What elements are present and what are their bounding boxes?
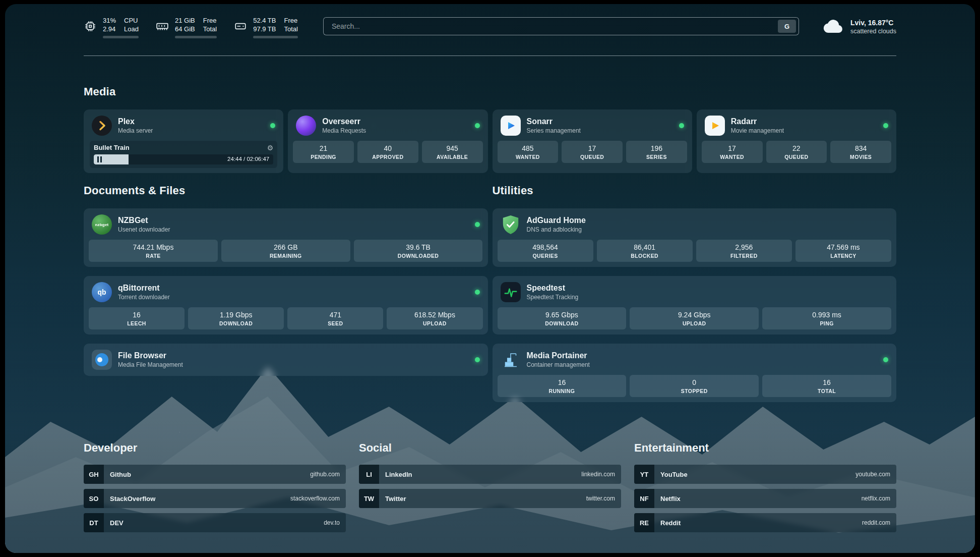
nzbget-title: NZBGet [118,215,469,226]
qbittorrent-subtitle: Torrent downloader [118,294,469,301]
bookmark-group-entertainment: Entertainment YT YouTube youtube.com NF … [634,441,896,537]
stat-download: 1.19 GbpsDOWNLOAD [188,307,284,329]
stat-download: 9.65 GbpsDOWNLOAD [498,307,627,329]
netflix-badge: NF [634,489,654,508]
stat-queued: 22QUEUED [766,141,827,163]
app-card-radarr[interactable]: Radarr Movie management 17WANTED 22QUEUE… [697,109,896,173]
weather-location: Lviv, 16.87°C [850,18,896,27]
search-input[interactable] [331,22,778,31]
system-widgets: 31% CPU 2.94 Load 21 GiB Free [84,17,298,38]
stat-queued: 17QUEUED [562,141,623,163]
section-title-media: Media [84,85,896,98]
section-documents: Documents & Files nzbget NZBGet Usenet d… [84,184,488,411]
stat-downloaded: 39.6 TBDOWNLOADED [354,240,483,262]
portainer-stats: 16RUNNING 0STOPPED 16TOTAL [493,375,897,402]
stat-remaining: 266 GBREMAINING [221,240,350,262]
radarr-icon [705,116,725,136]
pause-icon[interactable] [97,156,103,162]
bookmark-netflix[interactable]: NF Netflix netflix.com [634,489,896,508]
cpu-widget: 31% CPU 2.94 Load [84,17,139,38]
header-divider [84,55,896,56]
app-card-nzbget[interactable]: nzbget NZBGet Usenet downloader 744.21 M… [84,208,488,267]
section-title-utilities: Utilities [493,184,897,197]
weather-widget: Lviv, 16.87°C scattered clouds [822,18,896,35]
portainer-icon [501,350,521,370]
stat-rate: 744.21 MbpsRATE [89,240,218,262]
portainer-status-dot [883,357,888,362]
github-badge: GH [84,465,104,484]
app-card-speedtest[interactable]: Speedtest Speedtest Tracking 9.65 GbpsDO… [493,276,897,335]
storage-free-value: 52.4 TB [253,17,276,25]
qbittorrent-title: qBittorrent [118,283,469,293]
plex-now-playing-title: Bullet Train [94,143,130,152]
youtube-badge: YT [634,465,654,484]
nzbget-icon: nzbget [92,214,112,235]
sonarr-title: Sonarr [527,117,673,127]
cpu-usage-label: CPU [124,17,139,25]
section-utilities: Utilities AdGuard [493,184,897,411]
adguard-icon [501,214,521,235]
stackoverflow-badge: SO [84,489,104,508]
plex-title: Plex [118,117,264,127]
stat-movies: 834MOVIES [830,141,891,163]
qbittorrent-icon: qb [92,282,112,302]
app-card-portainer[interactable]: Media Portainer Container management 16R… [493,344,897,402]
app-card-sonarr[interactable]: Sonarr Series management 485WANTED 17QUE… [493,109,692,173]
memory-free-value: 21 GiB [175,17,195,25]
cpu-load-value: 2.94 [103,25,116,33]
bookmark-twitter[interactable]: TW Twitter twitter.com [359,489,621,508]
memory-free-label: Free [203,17,217,25]
stat-ping: 0.993 msPING [762,307,891,329]
stat-queries: 498,564QUERIES [498,240,593,262]
overseerr-icon [296,116,316,136]
nzbget-stats: 744.21 MbpsRATE 266 GBREMAINING 39.6 TBD… [84,240,488,267]
sonarr-stats: 485WANTED 17QUEUED 196SERIES [493,141,692,168]
stat-series: 196SERIES [626,141,687,163]
section-title-developer: Developer [84,441,346,455]
memory-progress-track [175,36,217,38]
weather-condition: scattered clouds [850,27,896,35]
dashboard-viewport: 31% CPU 2.94 Load 21 GiB Free [5,4,975,553]
app-card-qbittorrent[interactable]: qb qBittorrent Torrent downloader 16LEEC… [84,276,488,335]
bookmark-stackoverflow[interactable]: SO StackOverflow stackoverflow.com [84,489,346,508]
sonarr-subtitle: Series management [527,127,673,135]
plex-now-playing: Bullet Train ⚙ 24:44 / 02:06:47 [90,141,277,168]
search-engine-button[interactable]: G [778,20,796,33]
storage-free-label: Free [284,17,297,25]
memory-icon [156,20,169,33]
plex-progress-bar[interactable]: 24:44 / 02:06:47 [94,154,273,164]
app-card-plex[interactable]: Plex Media server Bullet Train ⚙ 24:44 /… [84,109,283,173]
bookmark-github[interactable]: GH Github github.com [84,465,346,484]
speedtest-subtitle: Speedtest Tracking [527,294,889,301]
stat-available: 945AVAILABLE [422,141,483,163]
cpu-load-label: Load [124,25,139,33]
overseerr-stats: 21PENDING 40APPROVED 945AVAILABLE [288,141,487,168]
app-card-overseerr[interactable]: Overseerr Media Requests 21PENDING 40APP… [288,109,487,173]
speedtest-icon [501,282,521,302]
stat-running: 16RUNNING [498,375,627,397]
app-card-filebrowser[interactable]: File Browser Media File Management [84,344,488,376]
bookmark-dev[interactable]: DT DEV dev.to [84,513,346,532]
stat-blocked: 86,401BLOCKED [597,240,693,262]
bookmark-youtube[interactable]: YT YouTube youtube.com [634,465,896,484]
plex-status-dot [270,123,275,128]
storage-widget: 52.4 TB Free 97.9 TB Total [234,17,298,38]
qbittorrent-stats: 16LEECH 1.19 GbpsDOWNLOAD 471SEED 618.52… [84,307,488,335]
stat-pending: 21PENDING [293,141,354,163]
twitter-badge: TW [359,489,379,508]
plex-time: 24:44 / 02:06:47 [227,156,269,162]
overseerr-title: Overseerr [322,117,468,127]
bookmark-reddit[interactable]: RE Reddit reddit.com [634,513,896,532]
bookmark-group-social: Social LI LinkedIn linkedin.com TW Twitt… [359,441,621,537]
bookmark-linkedin[interactable]: LI LinkedIn linkedin.com [359,465,621,484]
memory-total-label: Total [203,25,217,33]
adguard-subtitle: DNS and adblocking [527,226,889,234]
radarr-title: Radarr [731,117,877,127]
app-card-adguard[interactable]: AdGuard Home DNS and adblocking 498,564Q… [493,208,897,267]
gear-icon[interactable]: ⚙ [267,144,274,151]
stat-latency: 47.569 msLATENCY [795,240,891,262]
cpu-icon [84,20,97,33]
stat-wanted: 17WANTED [702,141,763,163]
storage-total-label: Total [284,25,297,33]
search-bar: G [323,17,799,35]
